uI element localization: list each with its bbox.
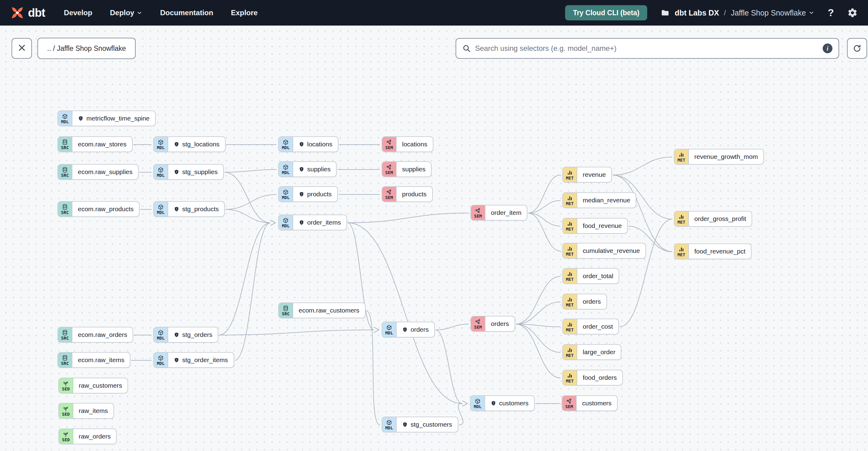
lineage-node-mdl_stg_orders[interactable]: MDLstg_orders	[153, 327, 218, 343]
refresh-icon	[852, 44, 862, 53]
lineage-node-sem_locations[interactable]: SEMlocations	[382, 136, 433, 152]
node-label: order_cost	[577, 319, 618, 334]
node-label: locations	[397, 137, 433, 152]
node-label: cumulative_revenue	[577, 243, 645, 258]
lineage-node-met_revenue[interactable]: METrevenue	[562, 167, 612, 183]
seed-sprout-icon: SED	[59, 403, 73, 418]
lineage-node-mdl_customers[interactable]: MDLcustomers	[470, 395, 535, 411]
close-lineage-button[interactable]	[11, 38, 32, 59]
node-label: supplies	[293, 162, 336, 177]
contract-shield-icon	[299, 220, 304, 226]
breadcrumb-separator: /	[724, 8, 726, 17]
node-label: food_revenue_pct	[689, 244, 751, 259]
lineage-node-met_food_revenue_pct[interactable]: METfood_revenue_pct	[674, 243, 751, 259]
lineage-node-met_food_revenue[interactable]: METfood_revenue	[562, 218, 628, 234]
close-icon	[18, 43, 26, 53]
node-label: ecom.raw_supplies	[72, 164, 138, 179]
nav-item-develop[interactable]: Develop	[64, 8, 92, 17]
account-name[interactable]: dbt Labs DX	[675, 8, 719, 17]
model-cube-icon: MDL	[382, 417, 397, 432]
nav-item-deploy[interactable]: Deploy	[110, 8, 142, 17]
model-cube-icon: MDL	[58, 111, 72, 126]
lineage-node-src_raw_orders[interactable]: SRCecom.raw_orders	[58, 327, 133, 343]
lineage-canvas[interactable]: MDLmetricflow_time_spineSRCecom.raw_stor…	[0, 0, 868, 451]
project-selector[interactable]: Jaffle Shop Snowflake	[731, 8, 814, 17]
contract-shield-icon	[174, 332, 180, 338]
lineage-node-sem_order_item[interactable]: SEMorder_item	[470, 205, 527, 221]
model-cube-icon: MDL	[154, 202, 168, 216]
lineage-node-src_raw_customers[interactable]: SRCecom.raw_customers	[278, 302, 366, 318]
lineage-node-src_raw_items[interactable]: SRCecom.raw_items	[58, 352, 130, 368]
metric-bars-icon: MET	[563, 218, 577, 233]
chevron-down-icon	[808, 10, 814, 16]
node-label: stg_locations	[168, 137, 225, 152]
lineage-node-mdl_stg_customers[interactable]: MDLstg_customers	[382, 417, 458, 432]
main-nav: Develop Deploy Documentation Explore	[64, 8, 257, 17]
metric-bars-icon: MET	[563, 168, 577, 182]
lineage-node-met_median_revenue[interactable]: METmedian_revenue	[562, 192, 636, 208]
source-database-icon: SRC	[58, 353, 72, 367]
node-label: revenue	[577, 168, 611, 182]
node-label: ecom.raw_orders	[72, 327, 133, 342]
lineage-node-met_cumulative_revenue[interactable]: METcumulative_revenue	[562, 243, 646, 259]
dbt-logo[interactable]: dbt	[10, 6, 45, 20]
refresh-button[interactable]	[847, 38, 867, 59]
semantic-model-icon: SEM	[382, 162, 397, 177]
node-label: orders	[577, 294, 607, 309]
metric-bars-icon: MET	[675, 244, 689, 259]
lineage-node-sem_products[interactable]: SEMproducts	[382, 186, 433, 202]
model-cube-icon: MDL	[471, 396, 485, 411]
lineage-node-sed_raw_items[interactable]: SEDraw_items	[58, 403, 114, 419]
breadcrumb-label: .. / Jaffle Shop Snowflake	[47, 44, 126, 53]
lineage-node-src_raw_stores[interactable]: SRCecom.raw_stores	[58, 136, 133, 152]
lineage-node-mdl_stg_supplies[interactable]: MDLstg_supplies	[153, 164, 224, 180]
lineage-node-sem_customers[interactable]: SEMcustomers	[562, 395, 618, 411]
lineage-node-src_raw_supplies[interactable]: SRCecom.raw_supplies	[58, 164, 139, 180]
breadcrumb[interactable]: .. / Jaffle Shop Snowflake	[37, 38, 136, 59]
lineage-node-met_large_order[interactable]: METlarge_order	[562, 344, 621, 360]
node-label: order_item	[486, 205, 527, 220]
contract-shield-icon	[402, 327, 408, 333]
lineage-node-sed_raw_orders[interactable]: SEDraw_orders	[58, 428, 117, 444]
search-input[interactable]	[475, 44, 818, 53]
node-label: metricflow_time_spine	[72, 111, 155, 126]
nav-item-documentation[interactable]: Documentation	[160, 8, 213, 17]
lineage-node-mdl_stg_locations[interactable]: MDLstg_locations	[153, 136, 226, 152]
lineage-node-mdl_stg_order_items[interactable]: MDLstg_order_items	[153, 352, 234, 368]
lineage-node-met_revenue_growth_mom[interactable]: METrevenue_growth_mom	[674, 149, 764, 164]
node-label: stg_supplies	[168, 164, 223, 179]
try-cloud-cli-button[interactable]: Try Cloud CLI (beta)	[565, 5, 648, 20]
nav-item-explore[interactable]: Explore	[231, 8, 257, 17]
lineage-node-met_order_cost[interactable]: METorder_cost	[562, 319, 619, 334]
model-cube-icon: MDL	[279, 162, 293, 177]
lineage-node-met_orders[interactable]: METorders	[562, 294, 607, 309]
lineage-node-mdl_stg_products[interactable]: MDLstg_products	[153, 201, 225, 217]
node-label: raw_orders	[73, 429, 116, 444]
metric-bars-icon: MET	[563, 319, 577, 334]
node-label: order_total	[577, 269, 619, 283]
lineage-node-sed_raw_customers[interactable]: SEDraw_customers	[58, 378, 128, 393]
node-label: supplies	[397, 162, 431, 177]
help-icon[interactable]: ?	[828, 7, 834, 19]
lineage-node-met_food_orders[interactable]: METfood_orders	[562, 370, 623, 386]
node-label: products	[293, 187, 337, 202]
gear-icon[interactable]	[847, 8, 858, 18]
lineage-node-mdl_supplies[interactable]: MDLsupplies	[278, 161, 337, 177]
lineage-node-src_raw_products[interactable]: SRCecom.raw_products	[58, 201, 140, 217]
node-label: customers	[577, 396, 617, 411]
lineage-node-met_order_total[interactable]: METorder_total	[562, 268, 619, 284]
lineage-node-sem_supplies[interactable]: SEMsupplies	[382, 161, 432, 177]
lineage-node-sem_orders[interactable]: SEMorders	[470, 316, 515, 332]
folder-icon	[660, 8, 670, 17]
lineage-node-met_order_gross_profit[interactable]: METorder_gross_profit	[674, 211, 752, 227]
lineage-node-mdl_metricflow_time_spine[interactable]: MDLmetricflow_time_spine	[58, 111, 156, 126]
metric-bars-icon: MET	[563, 294, 577, 309]
info-icon[interactable]: i	[823, 43, 832, 53]
lineage-node-mdl_order_items[interactable]: MDLorder_items	[278, 214, 347, 230]
node-label: stg_customers	[397, 417, 458, 432]
lineage-node-mdl_orders[interactable]: MDLorders	[382, 322, 435, 337]
lineage-node-mdl_products[interactable]: MDLproducts	[278, 186, 338, 202]
lineage-node-mdl_locations[interactable]: MDLlocations	[278, 136, 339, 152]
node-label: raw_customers	[73, 378, 127, 393]
node-label: ecom.raw_items	[72, 353, 130, 367]
